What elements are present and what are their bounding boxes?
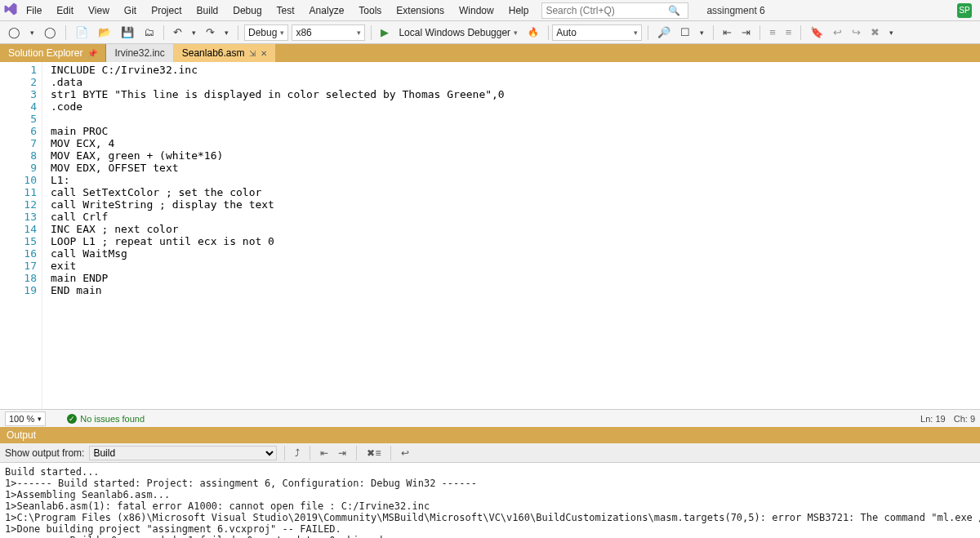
code-line[interactable]: main PROC [51,125,505,137]
search-input[interactable] [546,5,668,16]
code-line[interactable]: MOV EAX, green + (white*16) [51,149,505,162]
solution-explorer-label: Solution Explorer [8,47,82,59]
line-number: 1 [0,64,37,76]
check-icon: ✓ [67,414,77,424]
start-debug-dropdown[interactable]: Local Windows Debugger ▾ [395,24,521,41]
code-editor[interactable]: 12345678910111213141516171819 INCLUDE C:… [0,62,980,409]
code-line[interactable]: .code [51,100,505,113]
nav-back-icon[interactable]: ◯ [5,24,24,40]
solution-platform-dropdown[interactable]: x86 ▾ [292,24,365,41]
menu-edit[interactable]: Edit [50,2,80,19]
solution-config-dropdown[interactable]: Debug▾ [244,24,288,41]
comment-icon[interactable]: ≡ [766,24,779,40]
code-line[interactable]: call WaitMsg [51,247,505,260]
menu-view[interactable]: View [82,2,116,19]
code-line[interactable]: call SetTextColor ; set the color [51,186,505,198]
code-area[interactable]: INCLUDE C:/Irvine32.inc.datastr1 BYTE "T… [42,62,505,409]
code-line[interactable]: str1 BYTE "This line is displayed in col… [51,88,505,100]
user-avatar[interactable]: SP [957,3,972,18]
code-line[interactable]: main ENDP [51,272,505,284]
pin-icon[interactable]: 📌 [87,49,97,58]
line-number: 10 [0,174,37,186]
start-debug-label: Local Windows Debugger [399,27,510,38]
code-line[interactable]: END main [51,284,505,296]
document-tabs: Solution Explorer 📌 Irvine32.inc Seanlab… [0,44,980,62]
menu-build[interactable]: Build [190,2,225,19]
debug-target-dropdown[interactable]: Auto ▾ [552,24,642,41]
zoom-dropdown[interactable]: 100 %▾ [5,411,46,426]
undo-caret-icon[interactable]: ▾ [189,27,199,38]
issues-indicator[interactable]: ✓ No issues found [67,414,145,424]
line-number: 2 [0,76,37,88]
menu-project[interactable]: Project [145,2,188,19]
menu-tools[interactable]: Tools [352,2,388,19]
tab-irvine32[interactable]: Irvine32.inc [106,44,173,62]
global-search[interactable]: 🔍 [541,2,688,19]
line-number: 3 [0,88,37,100]
line-number: 8 [0,149,37,162]
line-number: 14 [0,223,37,235]
bookmark-clear-icon[interactable]: ✖ [867,24,883,40]
line-number: 6 [0,125,37,137]
output-prev-icon[interactable]: ⇤ [318,447,331,459]
nav-back-caret-icon[interactable]: ▾ [27,27,38,38]
code-line[interactable]: exit [51,260,505,272]
code-line[interactable]: call Crlf [51,211,505,223]
menu-help[interactable]: Help [502,2,536,19]
line-number: 7 [0,137,37,149]
code-line[interactable]: LOOP L1 ; repeat until ecx is not 0 [51,235,505,247]
redo-icon[interactable]: ↷ [203,24,218,40]
line-number: 5 [0,113,37,125]
toolbar-icon-2[interactable]: ☐ [677,24,693,40]
indent-less-icon[interactable]: ⇤ [719,24,735,40]
toolbar-icon-1[interactable]: 🔎 [654,24,674,40]
undo-icon[interactable]: ↶ [170,24,185,40]
solution-explorer-tab[interactable]: Solution Explorer 📌 [0,44,106,62]
bookmark-prev-icon[interactable]: ↩ [830,24,845,40]
tab-pin-icon[interactable]: ⇲ [249,49,256,58]
new-project-icon[interactable]: 📄 [72,24,91,40]
code-line[interactable]: .data [51,76,505,88]
toolbar-icon-3-caret[interactable]: ▾ [697,27,707,38]
bookmark-next-icon[interactable]: ↪ [849,24,864,40]
code-line[interactable]: MOV ECX, 4 [51,137,505,149]
output-next-icon[interactable]: ⇥ [336,447,349,459]
open-file-icon[interactable]: 📂 [95,24,114,40]
code-line[interactable]: INCLUDE C:/Irvine32.inc [51,64,505,76]
solution-platform-value: x86 [296,27,311,38]
redo-caret-icon[interactable]: ▾ [221,27,232,38]
code-line[interactable] [51,113,505,125]
code-line[interactable]: L1: [51,174,505,186]
output-source-dropdown[interactable]: Build [89,446,277,460]
output-text[interactable]: Build started... 1>------ Build started:… [0,463,980,538]
menu-analyze[interactable]: Analyze [303,2,351,19]
tab-close-icon[interactable]: ✕ [261,49,267,58]
code-line[interactable]: MOV EDX, OFFSET text [51,162,505,174]
output-clear-icon[interactable]: ✖≡ [364,447,383,459]
fire-icon[interactable]: 🔥 [524,25,542,39]
menu-file[interactable]: File [20,2,48,19]
output-wrap-icon[interactable]: ↩ [399,447,412,459]
uncomment-icon[interactable]: ≡ [782,24,795,40]
code-line[interactable]: call WriteString ; display the text [51,198,505,211]
line-number: 9 [0,162,37,174]
save-icon[interactable]: 💾 [118,24,137,40]
menu-test[interactable]: Test [270,2,301,19]
menu-debug[interactable]: Debug [226,2,268,19]
menu-git[interactable]: Git [118,2,143,19]
line-number: 15 [0,235,37,247]
menu-window[interactable]: Window [452,2,501,19]
tab-seanlab6[interactable]: Seanlab6.asm ⇲ ✕ [174,44,276,62]
line-indicator: Ln: 19 [920,414,946,424]
code-line[interactable]: INC EAX ; next color [51,223,505,235]
debug-target-value: Auto [556,27,577,38]
bookmark-icon[interactable]: 🔖 [807,24,826,40]
indent-more-icon[interactable]: ⇥ [738,24,754,40]
toolbar-overflow-caret[interactable]: ▾ [886,27,897,38]
output-panel-header[interactable]: Output [0,427,980,443]
output-goto-icon[interactable]: ⤴ [292,447,302,459]
nav-forward-icon[interactable]: ◯ [41,24,60,40]
menu-extensions[interactable]: Extensions [390,2,451,19]
save-all-icon[interactable]: 🗂 [140,24,158,40]
start-debug-icon[interactable]: ▶ [377,24,392,40]
